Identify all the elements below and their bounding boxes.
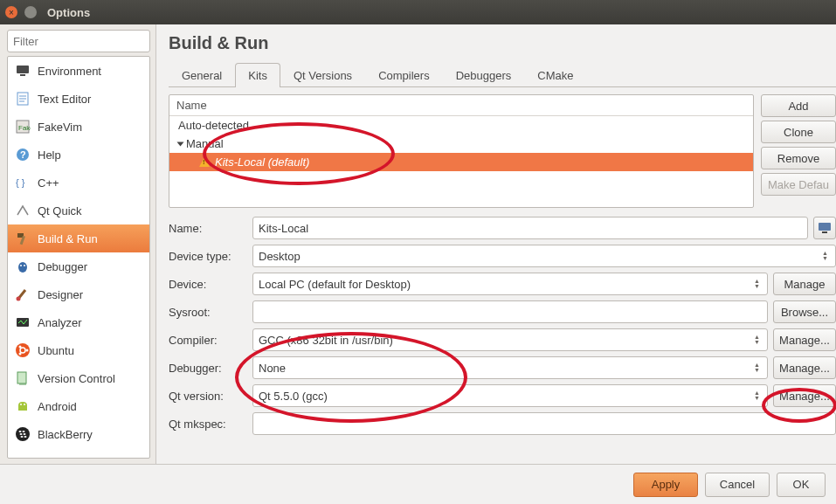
svg-point-13 bbox=[18, 262, 27, 273]
warning-icon bbox=[199, 157, 210, 167]
spinner-icon: ▲▼ bbox=[754, 279, 762, 289]
desktop-icon bbox=[818, 222, 832, 234]
svg-point-28 bbox=[23, 431, 25, 432]
tree-group-auto[interactable]: Auto-detected bbox=[169, 116, 753, 135]
compiler-label: Compiler: bbox=[169, 334, 247, 347]
sidebar-item-fakevim[interactable]: FakeFakeVim bbox=[8, 113, 149, 141]
spinner-icon: ▲▼ bbox=[754, 390, 762, 401]
sidebar-item-texteditor[interactable]: Text Editor bbox=[8, 85, 149, 113]
document-icon bbox=[15, 91, 31, 107]
tree-group-manual[interactable]: Manual bbox=[169, 135, 753, 153]
sidebar-item-label: C++ bbox=[38, 176, 59, 190]
tab-compilers[interactable]: Compilers bbox=[365, 63, 443, 87]
sidebar-item-designer[interactable]: Designer bbox=[8, 280, 149, 308]
category-list: Environment Text Editor FakeFakeVim ?Hel… bbox=[7, 56, 150, 459]
sidebar-item-environment[interactable]: Environment bbox=[8, 57, 149, 85]
device-select[interactable]: Local PC (default for Desktop)▲▼ bbox=[252, 273, 768, 295]
vcs-icon bbox=[15, 370, 31, 386]
sidebar-item-qtquick[interactable]: Qt Quick bbox=[8, 197, 149, 224]
remove-button[interactable]: Remove bbox=[761, 147, 836, 169]
svg-point-26 bbox=[16, 427, 30, 441]
sidebar-item-label: Ubuntu bbox=[38, 344, 74, 357]
sidebar-item-blackberry[interactable]: BlackBerry bbox=[8, 420, 149, 448]
svg-text:?: ? bbox=[20, 149, 26, 160]
window-close-icon[interactable]: × bbox=[5, 6, 17, 18]
ubuntu-icon bbox=[15, 342, 31, 358]
name-input[interactable]: Kits-Local bbox=[252, 217, 808, 239]
apply-button[interactable]: Apply bbox=[633, 473, 698, 497]
spinner-icon: ▲▼ bbox=[822, 251, 830, 261]
sidebar-item-label: Version Control bbox=[38, 372, 115, 385]
tab-general[interactable]: General bbox=[169, 63, 235, 87]
sidebar-item-android[interactable]: Android bbox=[8, 392, 149, 420]
window-title: Options bbox=[47, 6, 90, 19]
sidebar-item-cpp[interactable]: { }C++ bbox=[8, 169, 149, 197]
svg-rect-33 bbox=[819, 223, 831, 231]
svg-point-15 bbox=[24, 265, 25, 266]
sysroot-input[interactable] bbox=[252, 300, 768, 323]
svg-point-29 bbox=[20, 433, 23, 435]
sidebar-item-vcs[interactable]: Version Control bbox=[8, 364, 149, 392]
fakevim-icon: Fake bbox=[15, 119, 31, 135]
sysroot-label: Sysroot: bbox=[169, 306, 247, 319]
compiler-manage-button[interactable]: Manage... bbox=[773, 328, 836, 351]
main-panel: Build & Run General Kits Qt Versions Com… bbox=[156, 24, 836, 464]
cpp-icon: { } bbox=[15, 175, 31, 190]
svg-point-25 bbox=[24, 404, 25, 405]
sidebar-item-ubuntu[interactable]: Ubuntu bbox=[8, 336, 149, 364]
ok-button[interactable]: OK bbox=[777, 473, 826, 497]
kits-tree[interactable]: Name Auto-detected Manual Kits-Local (de… bbox=[169, 94, 754, 208]
kit-icon-button[interactable] bbox=[813, 217, 836, 239]
svg-point-16 bbox=[17, 297, 21, 301]
filter-input[interactable] bbox=[7, 30, 150, 52]
qtversion-label: Qt version: bbox=[169, 390, 247, 403]
svg-point-21 bbox=[19, 346, 22, 349]
qtversion-select[interactable]: Qt 5.5.0 (gcc)▲▼ bbox=[252, 384, 768, 407]
debugger-select[interactable]: None▲▼ bbox=[252, 356, 768, 379]
add-button[interactable]: Add bbox=[761, 94, 836, 117]
sidebar-item-label: Text Editor bbox=[38, 93, 91, 106]
kit-form: Name: Kits-Local Device type: Desktop▲▼ … bbox=[169, 217, 836, 440]
sidebar-item-label: Designer bbox=[38, 288, 83, 301]
sidebar-item-analyzer[interactable]: Analyzer bbox=[8, 308, 149, 336]
blackberry-icon bbox=[15, 426, 31, 442]
sidebar-item-label: Analyzer bbox=[38, 316, 82, 329]
tab-debuggers[interactable]: Debuggers bbox=[443, 63, 525, 87]
tree-column-name: Name bbox=[169, 95, 753, 116]
svg-rect-1 bbox=[20, 74, 25, 76]
window-minimize-icon[interactable] bbox=[24, 6, 37, 18]
svg-point-31 bbox=[21, 436, 24, 438]
android-icon bbox=[15, 398, 31, 414]
tab-kits[interactable]: Kits bbox=[235, 63, 280, 87]
bug-icon bbox=[15, 259, 31, 274]
tab-qtversions[interactable]: Qt Versions bbox=[280, 63, 365, 87]
window-titlebar: × Options bbox=[0, 0, 836, 24]
sidebar-item-label: Environment bbox=[38, 65, 101, 78]
clone-button[interactable]: Clone bbox=[761, 121, 836, 143]
compiler-select[interactable]: GCC (x86 32bit in /usr/bin)▲▼ bbox=[252, 328, 768, 351]
sidebar-item-buildrun[interactable]: Build & Run bbox=[8, 224, 149, 252]
tree-kit-selected[interactable]: Kits-Local (default) bbox=[169, 153, 753, 171]
makedefault-button[interactable]: Make Defau bbox=[761, 173, 836, 196]
device-manage-button[interactable]: Manage bbox=[773, 273, 836, 295]
sidebar-item-help[interactable]: ?Help bbox=[8, 141, 149, 169]
page-title: Build & Run bbox=[169, 33, 836, 53]
tabbar: General Kits Qt Versions Compilers Debug… bbox=[169, 62, 836, 87]
devicetype-label: Device type: bbox=[169, 250, 247, 263]
device-label: Device: bbox=[169, 278, 247, 291]
cancel-button[interactable]: Cancel bbox=[705, 473, 770, 497]
svg-rect-23 bbox=[17, 372, 26, 383]
spinner-icon: ▲▼ bbox=[754, 362, 762, 373]
sidebar-item-label: Help bbox=[38, 148, 61, 162]
svg-point-27 bbox=[19, 431, 22, 432]
sysroot-browse-button[interactable]: Browse... bbox=[773, 300, 836, 323]
qtversion-manage-button[interactable]: Manage... bbox=[773, 384, 836, 407]
devicetype-select[interactable]: Desktop▲▼ bbox=[252, 245, 836, 267]
mkspec-input[interactable] bbox=[252, 412, 836, 435]
mkspec-label: Qt mkspec: bbox=[169, 418, 247, 431]
svg-rect-34 bbox=[822, 231, 827, 233]
name-label: Name: bbox=[169, 222, 247, 235]
debugger-manage-button[interactable]: Manage... bbox=[773, 356, 836, 379]
tab-cmake[interactable]: CMake bbox=[524, 63, 586, 87]
sidebar-item-debugger[interactable]: Debugger bbox=[8, 252, 149, 280]
